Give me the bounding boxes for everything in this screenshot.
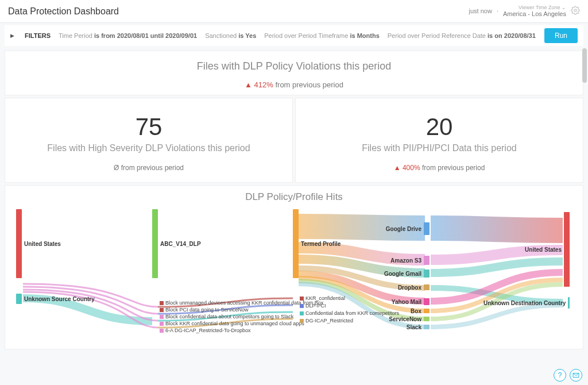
legend-profile[interactable]: DLP-PCI — [300, 303, 326, 309]
timezone-selector[interactable]: Viewer Time Zone ⌄ America - Los Angeles — [503, 5, 566, 18]
run-button[interactable]: Run — [544, 28, 578, 43]
tile-pii-phi-pci[interactable]: 20 Files with PII/PHI/PCI Data this peri… — [295, 98, 583, 183]
filter-pop-refdate[interactable]: Period over Period Reference Date is on … — [388, 32, 536, 39]
filter-time-period[interactable]: Time Period is from 2020/08/01 until 202… — [59, 32, 197, 39]
sankey-node-dropbox[interactable]: Dropbox — [379, 284, 430, 290]
filter-pop-timeframe[interactable]: Period over Period Timeframe is Months — [264, 32, 380, 39]
sankey-node-googlegmail[interactable]: Google Gmail — [379, 270, 430, 278]
legend-profile[interactable]: DG-ICAP_Restricted — [300, 318, 353, 324]
sankey-title: DLP Policy/Profile Hits — [5, 191, 583, 203]
gear-icon[interactable] — [571, 6, 580, 16]
caret-right-icon[interactable]: ▶ — [10, 33, 14, 38]
sankey-node-termed-profile[interactable]: Termed Profile — [293, 209, 343, 278]
stats-row: 75 Files with High Severity DLP Violatio… — [5, 98, 583, 183]
stat-title: Files with PII/PHI/PCI Data this period — [296, 143, 583, 153]
last-run-label: just now — [469, 7, 492, 14]
filters-label: FILTERS — [25, 32, 51, 39]
scrollbar-thumb[interactable] — [582, 48, 587, 83]
sankey-node-dest-unknown[interactable]: Unknown Destination Country — [481, 297, 570, 309]
sankey-node-amazons3[interactable]: Amazon S3 — [379, 256, 430, 265]
filter-sanctioned[interactable]: Sanctioned is Yes — [205, 32, 256, 39]
legend-profile[interactable]: Confidential data from KKR comepetitors — [300, 310, 399, 316]
svg-point-0 — [574, 9, 577, 11]
dashboard-content: Files with DLP Policy Violations this pe… — [0, 46, 588, 354]
stat-title: Files with High Severity DLP Violations … — [5, 143, 292, 153]
help-button[interactable]: ? — [554, 369, 566, 382]
stat-value: 20 — [296, 113, 583, 141]
filters-bar: ▶ FILTERS Time Period is from 2020/08/01… — [5, 25, 583, 46]
stat-delta: ▲ 400% from previous period — [296, 164, 583, 172]
legend-policy[interactable]: 6-A DG-ICAP_Restricted-To-Dropbox — [160, 328, 251, 333]
legend-policy[interactable]: Block unmanaged devices accessing KKR co… — [160, 300, 323, 306]
sankey-node-abc-v14-dlp[interactable]: ABC_V14_DLP — [152, 209, 203, 278]
tile-sankey[interactable]: DLP Policy/Profile Hits — [5, 185, 583, 349]
stat-delta: Ø from previous period — [5, 164, 292, 172]
hero-title: Files with DLP Policy Violations this pe… — [5, 60, 583, 72]
legend-policy[interactable]: Block KKR confidential data going to unm… — [160, 321, 304, 326]
stat-value: 75 — [5, 113, 292, 141]
legend-profile[interactable]: KKR_confidential — [300, 295, 345, 301]
sankey-node-servicenow[interactable]: ServiceNow — [379, 317, 430, 321]
float-actions: ? — [554, 369, 582, 382]
triangle-up-icon: ▲ — [394, 164, 401, 172]
mail-button[interactable] — [570, 369, 582, 382]
tile-dlp-violations[interactable]: Files with DLP Policy Violations this pe… — [5, 51, 583, 95]
legend-policy[interactable]: Block confidential data about competitor… — [160, 314, 293, 319]
page-title: Data Protection Dashboard — [8, 6, 119, 17]
sankey-node-slack[interactable]: Slack — [379, 325, 430, 329]
tile-high-severity[interactable]: 75 Files with High Severity DLP Violatio… — [5, 98, 293, 183]
header: Data Protection Dashboard just now · Vie… — [0, 0, 588, 23]
chevron-down-icon: ⌄ — [562, 5, 566, 10]
hero-delta: ▲ 412% from previous period — [5, 80, 583, 89]
header-right: just now · Viewer Time Zone ⌄ America - … — [469, 5, 580, 18]
sankey-node-source-unknown[interactable]: Unknown Source Country — [16, 294, 97, 304]
legend-policy[interactable]: Block PCI data going to ServiceNow — [160, 307, 249, 313]
triangle-up-icon: ▲ — [245, 80, 252, 89]
sankey-node-source-us[interactable]: United States — [16, 209, 63, 278]
sankey-node-dest-us[interactable]: United States — [512, 212, 570, 287]
sankey-node-yahoomail[interactable]: Yahoo Mail — [379, 298, 430, 305]
sankey-chart: United States Unknown Source Country ABC… — [11, 206, 577, 344]
sankey-node-googledrive[interactable]: Google Drive — [379, 222, 430, 235]
